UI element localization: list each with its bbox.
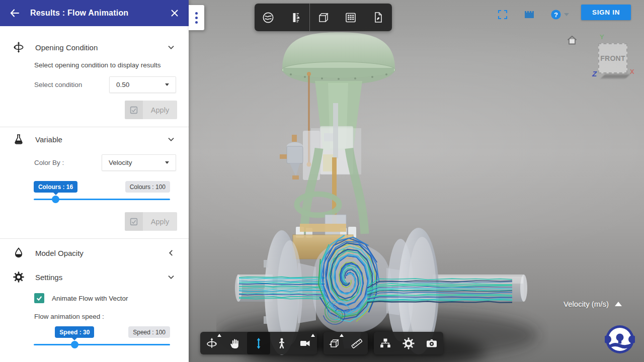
select-condition-label: Select condition <box>34 81 109 88</box>
opening-condition-title: Opening Condition <box>35 43 166 52</box>
zoom-tool[interactable] <box>247 332 270 354</box>
animate-flow-checkbox[interactable] <box>34 293 44 303</box>
chevron-down-icon <box>166 42 177 53</box>
opening-condition-description: Select opening condition to display resu… <box>34 61 177 69</box>
variable-apply-button[interactable]: Apply <box>125 212 177 231</box>
results-table-button[interactable] <box>337 4 364 31</box>
chevron-down-icon <box>166 134 177 145</box>
colours-slider-thumb[interactable] <box>52 196 59 203</box>
section-divider <box>0 238 189 239</box>
speed-value-badge: Speed : 30 <box>55 326 94 338</box>
model-opacity-droplet-icon <box>12 247 25 259</box>
orbit-icon <box>205 337 218 350</box>
orbit-submenu-icon <box>217 334 221 337</box>
svg-text:?: ? <box>554 11 558 19</box>
apply-check-icon <box>125 212 143 231</box>
select-caret-icon <box>165 161 169 164</box>
results-toolbar <box>255 4 392 31</box>
company-logo[interactable] <box>605 324 635 356</box>
walk-tool[interactable] <box>270 332 293 354</box>
apply-check-icon <box>125 101 143 119</box>
zoom-updown-icon <box>252 337 265 350</box>
chevron-down-icon <box>166 272 177 283</box>
colours-slider: Colours : 16 Colours : 100 <box>34 181 170 207</box>
home-view-button[interactable] <box>566 34 578 48</box>
sidebar-menu-button[interactable] <box>189 5 204 30</box>
export-pdf-button[interactable] <box>365 4 392 31</box>
animation-frames-button[interactable] <box>523 9 535 23</box>
axis-y-label: Y <box>600 33 604 41</box>
orbit-tool[interactable] <box>200 332 223 354</box>
view-cube-face-label: FRONT <box>600 54 625 62</box>
measure-tool[interactable] <box>346 332 368 354</box>
back-arrow-icon[interactable] <box>9 7 21 19</box>
viewer-settings-gear-icon <box>402 337 415 350</box>
color-by-label: Color By : <box>34 159 102 166</box>
close-icon[interactable] <box>169 8 180 19</box>
measure-ruler-icon <box>350 337 363 350</box>
condition-select-value: 0.50 <box>116 81 129 88</box>
flow-streamlines-button[interactable] <box>255 4 282 31</box>
legend-colorbar-button[interactable] <box>282 4 309 31</box>
sign-in-button[interactable]: SIGN IN <box>581 5 631 20</box>
bounding-box-icon <box>317 11 330 24</box>
speed-max-badge: Speed : 100 <box>128 326 170 338</box>
apply-button-label: Apply <box>143 101 177 119</box>
settings-header[interactable]: Settings <box>0 265 189 289</box>
kebab-dot <box>195 12 198 15</box>
legend-expand-icon <box>615 302 622 306</box>
opening-condition-header[interactable]: Opening Condition <box>0 35 189 59</box>
export-pdf-icon <box>372 11 385 24</box>
pan-hand-icon <box>229 337 242 350</box>
speed-slider: Speed : 30 Speed : 100 <box>34 326 170 352</box>
valve-model[interactable] <box>216 28 548 362</box>
help-button[interactable]: ? <box>550 9 562 23</box>
legend-label: Velocity (m/s) <box>564 300 609 308</box>
select-caret-icon <box>165 83 169 86</box>
colours-max-badge: Colours : 100 <box>125 181 170 193</box>
colours-slider-track[interactable] <box>34 199 170 200</box>
screenshot-camera-icon <box>425 337 438 350</box>
flow-streamlines-icon <box>262 11 275 24</box>
color-by-select-value: Velocity <box>109 159 132 166</box>
animate-flow-label: Animate Flow with Vector <box>52 295 128 302</box>
model-tree-icon <box>379 337 392 350</box>
model-tree-tool[interactable] <box>374 332 397 354</box>
bounding-box-button[interactable] <box>310 4 337 31</box>
opening-condition-icon <box>12 41 25 53</box>
section-measure-toolbar <box>324 332 368 354</box>
condition-select[interactable]: 0.50 <box>109 76 176 93</box>
fullscreen-button[interactable] <box>497 9 509 23</box>
model-opacity-header[interactable]: Model Opacity <box>0 241 189 265</box>
color-by-select[interactable]: Velocity <box>102 154 176 171</box>
pan-tool[interactable] <box>223 332 247 354</box>
help-dropdown-caret[interactable] <box>564 13 569 16</box>
legend-toggle[interactable]: Velocity (m/s) <box>564 300 622 308</box>
camera-video-tool[interactable] <box>294 332 317 354</box>
variable-header[interactable]: Variable <box>0 127 189 151</box>
apply-button-label: Apply <box>143 212 177 231</box>
viewer-settings-tool[interactable] <box>397 332 420 354</box>
company-logo-icon <box>605 324 635 354</box>
kebab-dot <box>195 21 198 24</box>
screenshot-tool[interactable] <box>420 332 443 354</box>
view-cube[interactable]: FRONT <box>598 43 627 73</box>
section-view-tool[interactable] <box>324 332 346 354</box>
help-icon: ? <box>550 9 562 21</box>
colours-value-badge: Colours : 16 <box>34 181 77 193</box>
speed-slider-thumb[interactable] <box>71 341 78 348</box>
camera-video-icon <box>299 337 312 350</box>
settings-gear-icon <box>12 271 25 283</box>
axis-z-label: Z <box>592 69 597 78</box>
axis-x-label: X <box>630 68 634 75</box>
navigation-toolbar <box>200 332 317 354</box>
variable-flask-icon <box>12 133 25 145</box>
animate-flow-checkbox-row[interactable]: Animate Flow with Vector <box>34 293 177 303</box>
sidebar-header: Results : Flow Animation <box>0 0 189 26</box>
settings-title: Settings <box>35 273 166 282</box>
opening-apply-button[interactable]: Apply <box>125 101 177 119</box>
speed-slider-track[interactable] <box>34 344 170 345</box>
results-table-icon <box>344 11 357 24</box>
camera-video-submenu-icon <box>311 334 315 337</box>
flow-speed-label: Flow animation speed : <box>34 313 177 320</box>
